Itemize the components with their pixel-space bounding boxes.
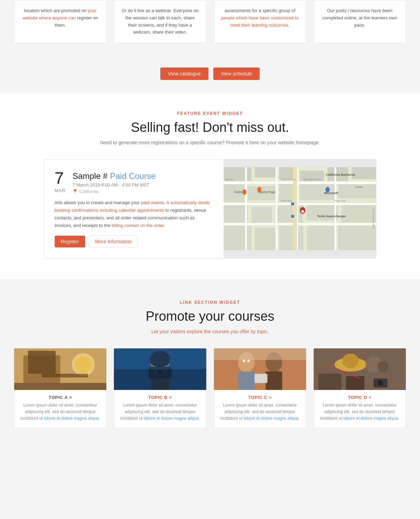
card-4-text: Our posts / resources have been complete… xyxy=(321,7,399,29)
feature-section-title: Selling fast! Don't miss out. xyxy=(14,120,406,135)
view-schedule-button[interactable]: View schedule xyxy=(213,67,260,80)
card-2: Or do it live as a webinar. Everyone on … xyxy=(114,0,206,43)
topic-card-c: TOPIC C > Lorem ipsum dolor sit amet, co… xyxy=(214,348,306,429)
event-date-block: 7 MAR Sample # Paid Course 7 March 2019 … xyxy=(55,170,213,194)
svg-rect-6 xyxy=(352,167,376,179)
svg-rect-26 xyxy=(276,167,277,250)
cards-row: location which are promoted on your webs… xyxy=(14,0,406,43)
map-svg: Plymouth St Shoreline Blvd Pear Ave Pear… xyxy=(224,160,376,258)
topic-b-description: Lorem ipsum dolor sit amet, consectetur … xyxy=(114,402,206,428)
svg-rect-13 xyxy=(251,207,272,222)
svg-text:Microsoft: Microsoft xyxy=(324,191,338,195)
event-map: Plymouth St Shoreline Blvd Pear Ave Pear… xyxy=(224,160,376,258)
card-3-text: assessments for a specific group of peop… xyxy=(221,7,299,29)
event-left-panel: 7 MAR Sample # Paid Course 7 March 2019 … xyxy=(44,160,224,258)
svg-rect-15 xyxy=(307,205,338,221)
svg-rect-72 xyxy=(254,374,267,383)
feature-section-label: FEATURE EVENT WIDGET xyxy=(14,111,406,116)
svg-rect-55 xyxy=(14,383,106,390)
svg-point-78 xyxy=(377,361,388,372)
topic-card-a: TOPIC A > Lorem ipsum dolor sit amet, co… xyxy=(14,348,107,429)
svg-text:Plymouth St: Plymouth St xyxy=(281,178,296,181)
topic-c-label[interactable]: TOPIC C > xyxy=(214,390,306,402)
card-1: location which are promoted on your webs… xyxy=(14,0,107,43)
card-4: Our posts / resources have been complete… xyxy=(313,0,406,43)
svg-rect-54 xyxy=(42,374,88,377)
event-actions: Register More Information xyxy=(55,235,213,248)
topic-a-label[interactable]: TOPIC A > xyxy=(14,390,106,402)
event-title-start: Sample # xyxy=(72,171,110,181)
event-date-number-block: 7 MAR xyxy=(55,170,66,193)
topic-d-label[interactable]: TOPIC D > xyxy=(314,390,406,402)
topic-a-link[interactable]: labore et dolore magna aliqua. xyxy=(44,416,100,421)
svg-rect-12 xyxy=(224,205,248,222)
topic-a-description: Lorem ipsum dolor sit amet, consectetur … xyxy=(14,402,106,428)
svg-rect-25 xyxy=(245,167,247,250)
view-catalogue-button[interactable]: View catalogue xyxy=(160,67,208,80)
svg-rect-17 xyxy=(224,226,251,250)
svg-rect-68 xyxy=(238,371,254,390)
svg-text:N Shoreline Blvd: N Shoreline Blvd xyxy=(372,209,375,229)
svg-rect-14 xyxy=(276,205,303,222)
svg-rect-18 xyxy=(255,228,276,250)
link-section-subtitle-start: Let your visitors explore the courses xyxy=(151,329,230,334)
svg-rect-46 xyxy=(291,202,294,205)
event-desc-link1: paid events. It automatically sends book… xyxy=(55,200,210,213)
feature-section-subtitle: Need to generate more registrations on a… xyxy=(14,140,406,145)
topic-c-image xyxy=(214,348,306,390)
topic-d-link[interactable]: labore et dolore magna aliqua. xyxy=(343,416,400,421)
event-title: Sample # Paid Course xyxy=(72,171,155,181)
svg-text:Shoreline Blvd: Shoreline Blvd xyxy=(303,178,321,181)
svg-rect-73 xyxy=(214,348,306,360)
svg-rect-20 xyxy=(307,226,334,250)
event-month: MAR xyxy=(55,188,66,193)
location-pin-icon: 📍 xyxy=(72,189,78,194)
svg-rect-47 xyxy=(291,215,294,218)
svg-text:Corve: Corve xyxy=(355,185,363,189)
link-section-title: Promote your courses xyxy=(14,309,406,324)
topics-row: TOPIC A > Lorem ipsum dolor sit amet, co… xyxy=(14,348,406,429)
topic-d-description: Lorem ipsum dolor sit amet, consectetur … xyxy=(314,402,406,428)
svg-text:Pear Ave: Pear Ave xyxy=(281,199,292,202)
svg-rect-28 xyxy=(334,167,336,250)
svg-point-41 xyxy=(257,187,261,192)
event-card: 7 MAR Sample # Paid Course 7 March 2019 … xyxy=(44,159,376,258)
svg-rect-19 xyxy=(279,226,303,250)
link-section-subtitle-end: offer by topic. xyxy=(238,329,269,334)
topic-b-image xyxy=(114,348,206,390)
event-day-number: 7 xyxy=(55,170,66,186)
button-row: View catalogue View schedule xyxy=(0,57,420,94)
svg-rect-69 xyxy=(266,371,282,390)
svg-rect-16 xyxy=(341,205,376,222)
svg-point-53 xyxy=(75,356,92,373)
event-location: 📍 California xyxy=(72,189,155,194)
svg-rect-79 xyxy=(318,374,341,390)
svg-rect-51 xyxy=(28,350,56,374)
svg-text:Pear Ave: Pear Ave xyxy=(334,199,346,202)
event-location-text: California xyxy=(79,189,98,194)
topic-card-d: TOPIC D > Lorem ipsum dolor sit amet, co… xyxy=(313,348,406,429)
topic-b-link[interactable]: labore et dolore magna aliqua. xyxy=(144,416,200,421)
event-datetime: 7 March 2019 8:00 AM - 4:00 PM MST xyxy=(72,182,155,188)
svg-rect-63 xyxy=(114,348,206,369)
link-section: LINK SECTION WIDGET Promote your courses… xyxy=(0,279,420,449)
topic-c-link[interactable]: labore et dolore magna aliqua. xyxy=(243,416,300,421)
svg-point-44 xyxy=(301,210,304,213)
topic-c-description: Lorem ipsum dolor sit amet, consectetur … xyxy=(214,402,306,428)
card-1-text: location which are promoted on your webs… xyxy=(21,7,99,29)
topic-b-label[interactable]: TOPIC B > xyxy=(114,390,206,402)
svg-rect-21 xyxy=(338,226,376,250)
register-button[interactable]: Register xyxy=(55,236,85,247)
topic-d-image xyxy=(314,348,406,390)
event-title-block: Sample # Paid Course 7 March 2019 8:00 A… xyxy=(72,170,155,194)
svg-text:nth St: nth St xyxy=(225,178,233,181)
svg-rect-80 xyxy=(346,376,364,390)
link-section-label: LINK SECTION WIDGET xyxy=(14,300,406,305)
more-information-button[interactable]: More Information xyxy=(89,235,138,248)
feature-event-section: FEATURE EVENT WIDGET Selling fast! Don't… xyxy=(0,94,420,279)
svg-point-83 xyxy=(378,380,383,386)
topic-card-b: TOPIC B > Lorem ipsum dolor sit amet, co… xyxy=(114,348,206,429)
topic-a-image xyxy=(14,348,106,390)
event-desc-link2: billing contact on the order. xyxy=(111,223,165,228)
svg-text:California Barbecue: California Barbecue xyxy=(326,173,355,176)
